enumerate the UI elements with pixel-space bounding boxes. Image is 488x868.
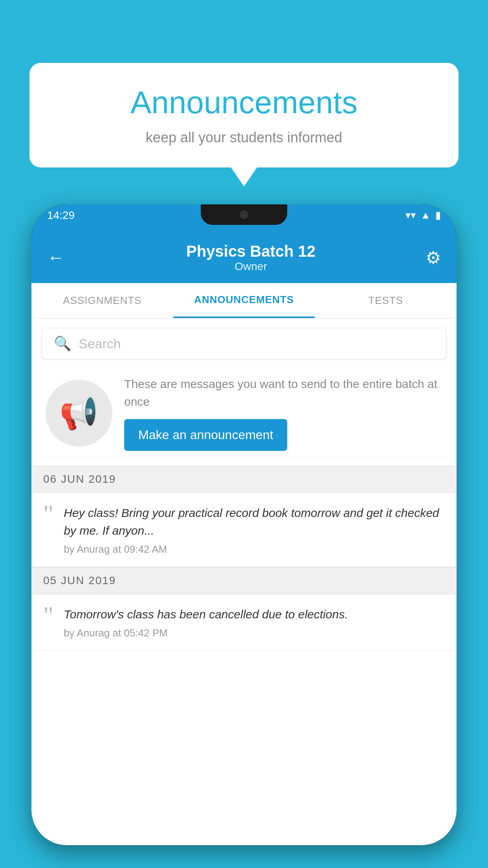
announcement-item-1[interactable]: " Hey class! Bring your practical record… bbox=[31, 493, 457, 567]
date-separator-2: 05 JUN 2019 bbox=[31, 567, 457, 594]
tabs-container: ASSIGNMENTS ANNOUNCEMENTS TESTS bbox=[31, 283, 457, 318]
announcement-content-1: Hey class! Bring your practical record b… bbox=[64, 504, 445, 555]
megaphone-icon: 📢 bbox=[59, 395, 99, 432]
announcement-text-2: Tomorrow's class has been cancelled due … bbox=[64, 605, 445, 623]
speech-bubble-title: Announcements bbox=[53, 85, 435, 121]
app-bar: ← Physics Batch 12 Owner ⚙ bbox=[31, 232, 457, 283]
phone-container: 14:29 ▾▾ ▲ ▮ ← Physics Batch 12 Owner ⚙ … bbox=[31, 204, 457, 868]
app-bar-title-container: Physics Batch 12 Owner bbox=[76, 243, 426, 273]
announcement-meta-2: by Anurag at 05:42 PM bbox=[64, 627, 445, 639]
phone-frame: 14:29 ▾▾ ▲ ▮ ← Physics Batch 12 Owner ⚙ … bbox=[31, 204, 457, 845]
date-separator-1: 06 JUN 2019 bbox=[31, 465, 457, 493]
announcement-meta-1: by Anurag at 09:42 AM bbox=[64, 543, 445, 555]
battery-icon: ▮ bbox=[435, 209, 441, 221]
wifi-icon: ▾▾ bbox=[405, 209, 416, 221]
date-label-2: 05 JUN 2019 bbox=[43, 574, 116, 587]
search-bar[interactable]: 🔍 Search bbox=[42, 328, 446, 359]
make-announcement-button[interactable]: Make an announcement bbox=[124, 419, 287, 451]
app-bar-subtitle: Owner bbox=[76, 260, 426, 273]
back-button[interactable]: ← bbox=[47, 248, 64, 267]
camera-dot bbox=[240, 210, 248, 219]
speech-bubble-container: Announcements keep all your students inf… bbox=[29, 63, 459, 167]
quote-icon-1: " bbox=[43, 502, 53, 527]
promo-card: 📢 These are messages you want to send to… bbox=[42, 369, 446, 458]
promo-description: These are messages you want to send to t… bbox=[124, 375, 442, 410]
speech-bubble: Announcements keep all your students inf… bbox=[29, 63, 459, 167]
app-bar-title: Physics Batch 12 bbox=[76, 243, 426, 260]
promo-right: These are messages you want to send to t… bbox=[124, 375, 442, 451]
status-icons: ▾▾ ▲ ▮ bbox=[405, 209, 441, 221]
date-label-1: 06 JUN 2019 bbox=[43, 473, 116, 485]
search-placeholder: Search bbox=[79, 336, 121, 351]
settings-button[interactable]: ⚙ bbox=[426, 248, 441, 268]
announcement-text-1: Hey class! Bring your practical record b… bbox=[64, 504, 445, 539]
announcement-content-2: Tomorrow's class has been cancelled due … bbox=[64, 605, 445, 639]
search-icon: 🔍 bbox=[54, 335, 72, 352]
promo-icon-circle: 📢 bbox=[46, 380, 112, 447]
tab-announcements[interactable]: ANNOUNCEMENTS bbox=[173, 283, 315, 318]
announcement-item-2[interactable]: " Tomorrow's class has been cancelled du… bbox=[31, 594, 457, 651]
signal-icon: ▲ bbox=[420, 209, 431, 221]
phone-notch bbox=[201, 204, 287, 225]
tab-tests[interactable]: TESTS bbox=[315, 283, 457, 318]
speech-bubble-subtitle: keep all your students informed bbox=[53, 129, 435, 146]
tab-assignments[interactable]: ASSIGNMENTS bbox=[31, 283, 173, 318]
quote-icon-2: " bbox=[43, 603, 53, 628]
content-area: 🔍 Search 📢 These are messages you want t… bbox=[31, 318, 457, 845]
